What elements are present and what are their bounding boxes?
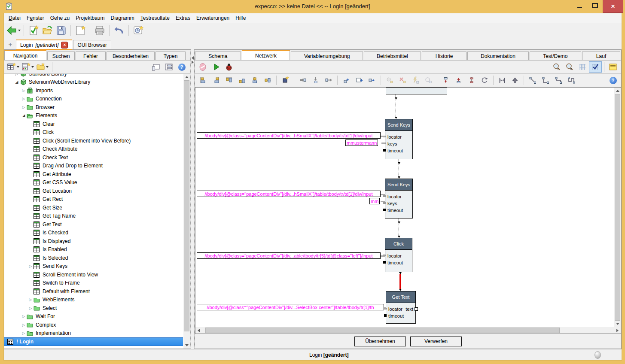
line-style-bus-button[interactable]	[565, 75, 578, 86]
value-label[interactable]: mm	[369, 198, 380, 204]
open-file-button[interactable]	[40, 24, 54, 37]
input-pin-label[interactable]: locator	[387, 194, 402, 199]
tree-item-standard-library[interactable]: ▷Standard Library	[4, 74, 183, 78]
pin-stack-button[interactable]	[465, 75, 478, 86]
tree-item-is-checked[interactable]: Is Checked	[4, 229, 183, 237]
input-pin-label[interactable]: timeout	[387, 260, 403, 265]
notes-button[interactable]	[607, 61, 619, 73]
tree-layout-button[interactable]	[162, 61, 175, 73]
tree-item-get-tag-name[interactable]: Get Tag Name	[4, 212, 183, 221]
value-label[interactable]: //body/div[@class="pageContentDiv"]/div.…	[197, 132, 381, 139]
add-input-pin-button[interactable]	[296, 75, 309, 86]
tab-variablenumgebung[interactable]: Variablenumgebung	[291, 52, 363, 60]
input-pin-label[interactable]: locator	[388, 306, 402, 312]
scroll-left-icon[interactable]	[195, 327, 202, 334]
add-top-pin-button[interactable]	[309, 75, 322, 86]
add-tab-button[interactable]: +	[6, 40, 14, 48]
new-list-view-button[interactable]	[21, 61, 35, 73]
partial-node[interactable]	[386, 88, 447, 94]
output-pin-label[interactable]: text	[405, 306, 413, 312]
tree-item-webelements[interactable]: ▷WebElements	[4, 296, 183, 304]
line-style-step-button[interactable]	[539, 75, 552, 86]
tree-scrollbar-thumb[interactable]	[184, 80, 189, 331]
tree-item-click[interactable]: Click	[4, 128, 183, 137]
align-top-edges-button[interactable]	[223, 75, 235, 86]
value-label[interactable]: //body/div[@class="pageContentDiv"]/div.…	[197, 191, 381, 197]
tree-item-check-attribute[interactable]: Check Attribute	[4, 145, 183, 154]
input-pin-label[interactable]: timeout	[387, 148, 403, 153]
check-syntax-button[interactable]	[27, 24, 40, 37]
value-label[interactable]: //body/div[@class="pageContentDiv"]/div.…	[197, 252, 381, 259]
tree-item-switch-to-frame[interactable]: Switch to Frame	[4, 279, 183, 288]
menu-extras[interactable]: Extras	[173, 14, 193, 22]
default-pin[interactable]	[383, 261, 386, 264]
input-pin[interactable]	[383, 202, 386, 204]
align-left-edges-button[interactable]	[197, 75, 210, 86]
new-tree-view-button[interactable]	[6, 61, 21, 73]
zoom-in-button[interactable]	[563, 61, 576, 73]
tree-item-complex[interactable]: ▷Complex	[4, 321, 183, 329]
scroll-right-icon[interactable]	[614, 327, 621, 334]
value-label[interactable]: mmustermann	[345, 140, 378, 146]
pin-rotate-button[interactable]	[478, 75, 491, 86]
expand-icon[interactable]: ▷	[27, 297, 34, 302]
abort-button[interactable]	[197, 61, 210, 73]
zoom-out-button[interactable]	[550, 61, 563, 73]
title-bar[interactable]: expecco: >> keine Datei << -- Login [geä…	[0, 0, 625, 13]
value-label[interactable]: //body/div[@class="pageContentDiv"]/div.…	[197, 304, 384, 310]
menu-gehe-zu[interactable]: Gehe zu	[47, 14, 73, 22]
canvas-vscrollbar[interactable]	[614, 88, 621, 327]
tree-item-scroll-element-into-view[interactable]: Scroll Element into View	[4, 270, 183, 279]
grid-snap-button[interactable]	[589, 61, 602, 73]
default-pin[interactable]	[383, 209, 386, 211]
expand-icon[interactable]: ▷	[21, 323, 27, 327]
expand-icon[interactable]: ▷	[21, 88, 27, 93]
tab-gui-browser[interactable]: GUI Browser	[73, 40, 111, 49]
align-horizontal-center-button[interactable]	[248, 75, 261, 86]
grid-button[interactable]	[576, 61, 589, 73]
tree-item-send-keys[interactable]: ▷Send Keys	[4, 262, 183, 271]
input-pin-label[interactable]: timeout	[387, 208, 403, 213]
tree-item-seleniumwebdriverlibrary[interactable]: ◢SeleniumWebDriverLibrary	[4, 78, 183, 87]
line-style-direct-button[interactable]	[526, 75, 539, 86]
tree-item-is-selected[interactable]: Is Selected	[4, 254, 183, 262]
new-file-button[interactable]	[73, 24, 87, 37]
tree-item-browser[interactable]: ▷Browser	[4, 103, 183, 112]
output-pin[interactable]	[415, 307, 418, 311]
help-button[interactable]: ?	[607, 75, 619, 86]
help-button[interactable]: ?	[175, 61, 188, 73]
print-button[interactable]	[93, 24, 107, 37]
network-diagram-canvas[interactable]: Send KeyslocatorkeystimeoutSend Keysloca…	[195, 88, 614, 327]
menu-datei[interactable]: Datei	[6, 14, 24, 22]
assign-pin-button[interactable]	[366, 75, 378, 86]
expand-icon[interactable]: ▷	[27, 264, 34, 268]
tree-item-is-displayed[interactable]: Is Displayed	[4, 237, 183, 246]
tree-item-click-scroll-element-into-view-before[interactable]: Click (Scroll Element into View Before)	[4, 136, 183, 145]
run-button[interactable]	[210, 61, 223, 73]
tree-item-get-css-value[interactable]: Get CSS Value	[4, 179, 183, 187]
tab-typen[interactable]: Typen	[155, 52, 186, 60]
pin-move-up-button[interactable]	[439, 75, 452, 86]
pin-move-down-button[interactable]	[452, 75, 465, 86]
align-vertical-center-button[interactable]	[261, 75, 274, 86]
reset-pin-button[interactable]	[422, 75, 435, 86]
tree-item-check-text[interactable]: Check Text	[4, 153, 183, 162]
input-pin-label[interactable]: keys	[387, 141, 397, 146]
line-style-tree-button[interactable]	[552, 75, 565, 86]
tree-item-clear[interactable]: Clear	[4, 120, 183, 128]
new-folder-button[interactable]	[35, 61, 50, 73]
tree-item-select[interactable]: ▷Select	[4, 304, 183, 312]
step-send-keys-2[interactable]: Send Keyslocatorkeystimeout	[385, 179, 413, 218]
tab-betriebsmittel[interactable]: Betriebsmittel	[364, 52, 421, 60]
tree-item-get-attribute[interactable]: Get Attribute	[4, 170, 183, 179]
browse-changes-button[interactable]	[131, 24, 145, 37]
menu-hilfe[interactable]: Hilfe	[232, 14, 249, 22]
new-pin-button[interactable]	[340, 75, 353, 86]
align-bottom-edges-button[interactable]	[235, 75, 248, 86]
maximize-button[interactable]	[587, 0, 603, 11]
step-click[interactable]: Clicklocatortimeout	[385, 238, 412, 272]
tab-besonderheiten[interactable]: Besonderheiten	[107, 52, 155, 60]
canvas-hscrollbar[interactable]	[195, 327, 621, 334]
tab-login[interactable]: Login [geändert]×	[16, 39, 72, 49]
menu-diagramm[interactable]: Diagramm	[108, 14, 137, 22]
